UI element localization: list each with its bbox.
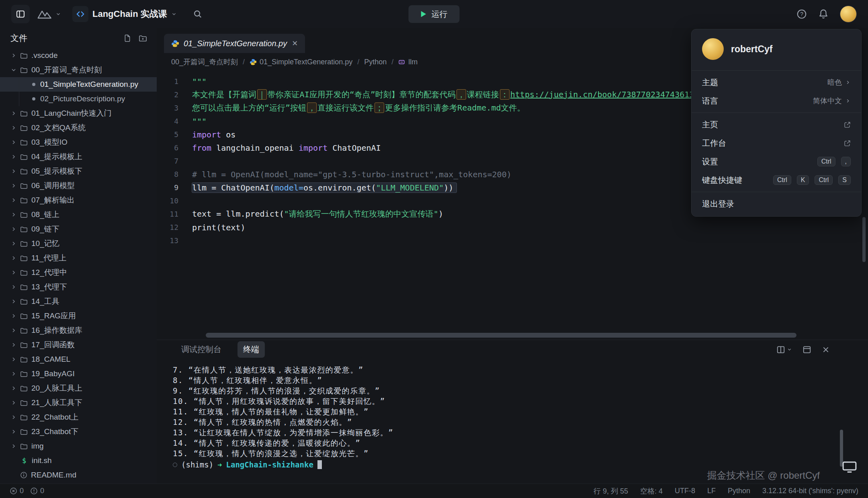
menu-item-logout[interactable]: 退出登录 [692, 195, 861, 213]
remote-screen-icon[interactable] [842, 461, 857, 473]
language-mode[interactable]: Python [728, 487, 750, 495]
encoding[interactable]: UTF-8 [675, 487, 695, 495]
line-number: 12 [157, 223, 192, 232]
python-interpreter[interactable]: 3.12.12 64-bit ('shims': pyenv) [762, 487, 858, 495]
breadcrumb-language[interactable]: Python [364, 58, 387, 66]
tree-item-label: 09_链下 [31, 224, 59, 234]
tree-item-label: 07_解析输出 [31, 195, 75, 205]
tab-terminal[interactable]: 终端 [237, 341, 265, 358]
tree-folder-15_RAG应用[interactable]: 15_RAG应用 [0, 309, 157, 323]
menu-item-language[interactable]: 语言 简体中文 [692, 92, 861, 110]
tree-folder-23_Chatbot下[interactable]: 23_Chatbot下 [0, 424, 157, 439]
eol-sequence[interactable]: LF [707, 487, 716, 495]
avatar[interactable] [840, 6, 857, 23]
folder-icon [20, 153, 28, 161]
sidebar-toggle-button[interactable] [11, 5, 30, 23]
terminal-line: 10. “情人节，用红玫瑰诉说爱的故事，留下美好回忆。” [173, 396, 868, 406]
kbd-key: Ctrl [817, 157, 835, 166]
folder-icon [20, 370, 28, 378]
split-terminal-button[interactable] [776, 345, 792, 354]
tree-folder-22_Chatbot上[interactable]: 22_Chatbot上 [0, 410, 157, 424]
maximize-panel-icon[interactable] [802, 345, 811, 354]
bell-icon[interactable] [818, 9, 829, 19]
terminal-line: 9. “红玫瑰的芬芳，情人节的浪漫，交织成爱的乐章。” [173, 385, 868, 396]
editor-scrollbar-thumb[interactable] [862, 217, 866, 262]
code-text: print(text) [192, 223, 245, 232]
breadcrumb-symbol[interactable]: llm [398, 58, 418, 66]
tree-folder-17_回调函数[interactable]: 17_回调函数 [0, 338, 157, 352]
indentation[interactable]: 空格: 4 [640, 486, 663, 496]
menu-item-settings[interactable]: 设置 Ctrl , [692, 152, 861, 171]
search-icon[interactable] [193, 9, 203, 19]
tree-folder-10_记忆[interactable]: 10_记忆 [0, 236, 157, 251]
tab-debug-console[interactable]: 调试控制台 [176, 341, 227, 358]
chevron-right-icon [10, 298, 18, 305]
code-icon [72, 6, 88, 22]
tree-file-02_PictureDescription.py[interactable]: 02_PictureDescription.py [0, 92, 157, 106]
chevron-down-icon [171, 11, 177, 17]
run-button[interactable]: 运行 [409, 5, 460, 23]
breadcrumb-file[interactable]: 01_SimpleTextGeneration.py [250, 58, 352, 66]
tree-folder-06_调用模型[interactable]: 06_调用模型 [0, 178, 157, 193]
tree-folder-04_提示模板上[interactable]: 04_提示模板上 [0, 150, 157, 164]
folder-icon [20, 110, 28, 117]
tree-folder-08_链上[interactable]: 08_链上 [0, 207, 157, 222]
kbd-key: Ctrl [773, 175, 791, 185]
tree-folder-12_代理中[interactable]: 12_代理中 [0, 265, 157, 280]
tree-folder-13_代理下[interactable]: 13_代理下 [0, 280, 157, 294]
cursor-position[interactable]: 行 9, 列 55 [594, 486, 628, 496]
tree-folder-03_模型IO[interactable]: 03_模型IO [0, 135, 157, 150]
tree-folder-14_工具[interactable]: 14_工具 [0, 294, 157, 309]
tree-file-init.sh[interactable]: $init.sh [0, 453, 157, 468]
chevron-right-icon [10, 327, 18, 334]
chevron-down-icon [10, 67, 18, 73]
terminal-line: 8. “情人节，红玫瑰相伴，爱意永恒。” [173, 375, 868, 385]
new-folder-icon[interactable] [139, 34, 147, 43]
tree-folder-19_BabyAGI[interactable]: 19_BabyAGI [0, 367, 157, 381]
help-icon[interactable]: ? [796, 9, 807, 19]
close-panel-icon[interactable] [822, 346, 830, 354]
file-tree: .vscode00_开篇词_奇点时刻01_SimpleTextGeneratio… [0, 48, 157, 482]
tree-folder-.vscode[interactable]: .vscode [0, 48, 157, 63]
python-file-icon [171, 40, 179, 47]
tree-file-README.md[interactable]: README.md [0, 468, 157, 482]
line-number: 9 [157, 183, 192, 192]
tree-folder-16_操作数据库[interactable]: 16_操作数据库 [0, 323, 157, 338]
tree-folder-21_人脉工具下[interactable]: 21_人脉工具下 [0, 396, 157, 410]
code-text: text = llm.predict("请给我写一句情人节红玫瑰的中文宣传语") [192, 209, 443, 219]
tree-folder-18_CAMEL[interactable]: 18_CAMEL [0, 352, 157, 367]
file-dot-icon [32, 97, 35, 100]
error-count: 0 [20, 487, 24, 495]
tree-folder-00_开篇词_奇点时刻[interactable]: 00_开篇词_奇点时刻 [0, 63, 157, 77]
tree-folder-img[interactable]: img [0, 439, 157, 453]
tree-folder-07_解析输出[interactable]: 07_解析输出 [0, 193, 157, 207]
tree-folder-05_提示模板下[interactable]: 05_提示模板下 [0, 164, 157, 178]
menu-item-home[interactable]: 主页 [692, 115, 861, 134]
horizontal-scrollbar-thumb[interactable] [206, 333, 796, 338]
breadcrumb-folder[interactable]: 00_开篇词_奇点时刻 [171, 57, 238, 67]
editor-tab[interactable]: 01_SimpleTextGeneration.py ✕ [164, 34, 305, 53]
tree-folder-20_人脉工具上[interactable]: 20_人脉工具上 [0, 381, 157, 396]
chevron-right-icon [10, 342, 18, 348]
workspace-logo-menu[interactable] [37, 9, 61, 19]
tree-folder-01_LangChain快速入门[interactable]: 01_LangChain快速入门 [0, 106, 157, 121]
code-line-13[interactable]: 13 [157, 234, 868, 247]
tree-folder-09_链下[interactable]: 09_链下 [0, 222, 157, 236]
problems-errors[interactable]: 0 [10, 487, 24, 495]
tree-item-label: README.md [31, 471, 76, 480]
code-line-12[interactable]: 12print(text) [157, 221, 868, 234]
menu-item-shortcuts[interactable]: 键盘快捷键 Ctrl K Ctrl S [692, 171, 861, 189]
menu-item-workbench[interactable]: 工作台 [692, 134, 861, 152]
terminal[interactable]: 7. “在情人节，送她红玫瑰，表达最浓烈的爱意。”8. “情人节，红玫瑰相伴，爱… [157, 359, 868, 484]
tree-folder-11_代理上[interactable]: 11_代理上 [0, 251, 157, 265]
new-file-icon[interactable] [123, 34, 131, 43]
project-switcher[interactable]: LangChain 实战课 [72, 6, 177, 22]
chevron-right-icon [10, 139, 18, 146]
tree-folder-02_文档QA系统[interactable]: 02_文档QA系统 [0, 121, 157, 135]
close-tab-icon[interactable]: ✕ [292, 39, 298, 48]
menu-item-theme[interactable]: 主题 暗色 [692, 73, 861, 92]
problems-warnings[interactable]: 0 [30, 487, 44, 495]
status-bar: 0 0 行 9, 列 55 空格: 4 UTF-8 LF Python 3.12… [0, 484, 868, 498]
tree-file-01_SimpleTextGeneration.py[interactable]: 01_SimpleTextGeneration.py [0, 77, 157, 92]
tree-item-label: 21_人脉工具下 [31, 398, 82, 408]
